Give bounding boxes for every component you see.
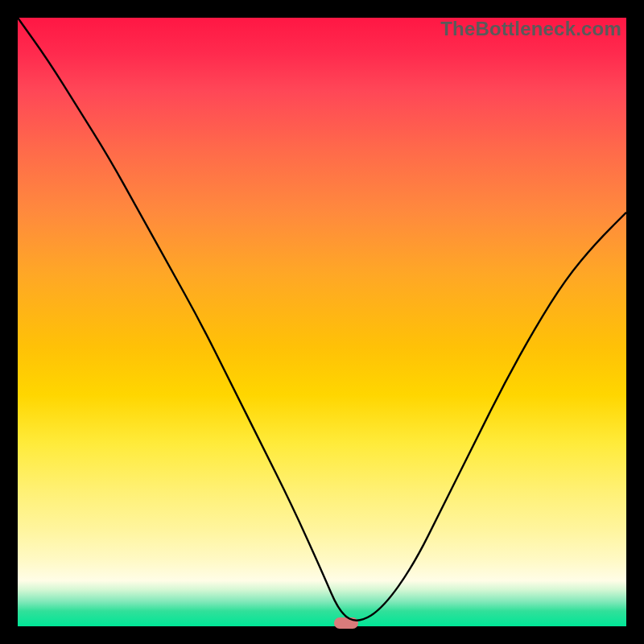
curve-svg bbox=[18, 18, 626, 626]
chart-plot-area: TheBottleneck.com bbox=[18, 18, 626, 626]
bottleneck-curve bbox=[18, 18, 626, 621]
